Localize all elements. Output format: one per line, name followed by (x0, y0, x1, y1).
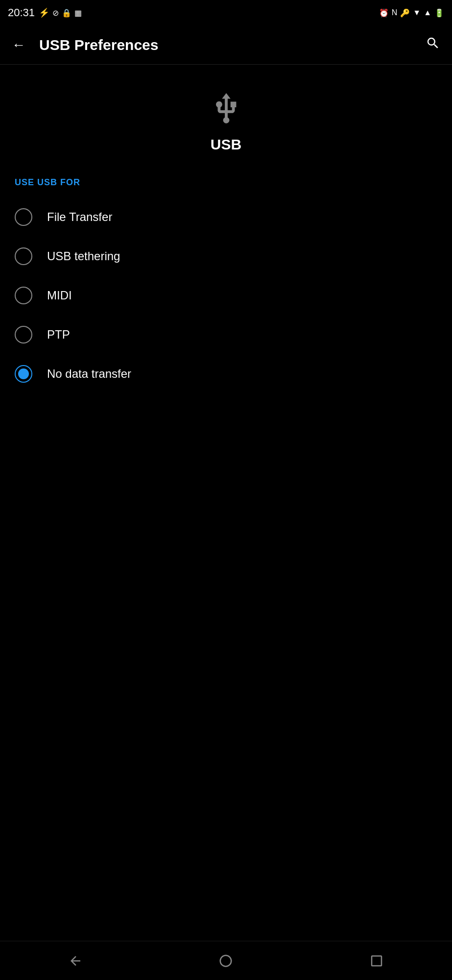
app-bar: ← USB Preferences (0, 25, 452, 65)
status-icons-left: ⚡ ⊘ 🔒 ▦ (39, 7, 82, 18)
back-button[interactable]: ← (8, 33, 29, 57)
usb-label: USB (211, 136, 241, 153)
svg-point-0 (220, 955, 232, 966)
status-icons-right: ⏰ N 🔑 ▼ ▲ 🔋 (379, 8, 444, 18)
section-header: USE USB FOR (0, 168, 452, 193)
no-circle-icon: ⊘ (52, 8, 59, 18)
nfc-icon: N (392, 8, 398, 17)
key-icon: 🔑 (400, 8, 410, 18)
radio-usb-tethering[interactable] (15, 247, 32, 265)
status-time: 20:31 (8, 6, 35, 19)
nav-recents-button[interactable] (357, 946, 396, 976)
options-list: File Transfer USB tethering MIDI PTP No … (0, 193, 452, 398)
option-label-no-data-transfer: No data transfer (47, 367, 131, 381)
wifi-icon: ▼ (413, 8, 421, 17)
option-usb-tethering[interactable]: USB tethering (0, 237, 452, 276)
option-ptp[interactable]: PTP (0, 315, 452, 354)
search-button[interactable] (422, 32, 444, 58)
flash-icon: ⚡ (39, 7, 49, 18)
radio-inner-selected (18, 368, 29, 379)
bottom-nav (0, 941, 452, 980)
nav-back-button[interactable] (56, 946, 95, 976)
option-label-usb-tethering: USB tethering (47, 249, 120, 263)
nav-recents-icon (369, 954, 384, 968)
status-bar: 20:31 ⚡ ⊘ 🔒 ▦ ⏰ N 🔑 ▼ ▲ 🔋 (0, 0, 452, 25)
nav-home-button[interactable] (206, 946, 245, 976)
radio-ptp[interactable] (15, 326, 32, 343)
nav-back-icon (68, 954, 83, 968)
radio-no-data-transfer[interactable] (15, 365, 32, 383)
option-no-data-transfer[interactable]: No data transfer (0, 354, 452, 393)
usb-icon (207, 89, 246, 128)
lock-icon: 🔒 (62, 8, 71, 18)
option-label-midi: MIDI (47, 289, 72, 302)
radio-file-transfer[interactable] (15, 208, 32, 226)
sim-icon: ▦ (74, 8, 82, 18)
alarm-icon: ⏰ (379, 8, 389, 18)
page-title: USB Preferences (39, 37, 158, 53)
option-file-transfer[interactable]: File Transfer (0, 197, 452, 237)
signal-icon: ▲ (424, 8, 431, 17)
svg-rect-1 (372, 956, 381, 966)
search-icon (426, 36, 440, 50)
usb-symbol-icon (209, 92, 243, 126)
option-label-file-transfer: File Transfer (47, 210, 112, 224)
option-label-ptp: PTP (47, 328, 70, 342)
section-title: USE USB FOR (15, 177, 80, 187)
app-bar-left: ← USB Preferences (8, 33, 158, 57)
option-midi[interactable]: MIDI (0, 276, 452, 315)
radio-midi[interactable] (15, 287, 32, 304)
battery-icon: 🔋 (434, 8, 444, 18)
content: USB USE USB FOR File Transfer USB tether… (0, 65, 452, 398)
status-bar-left: 20:31 ⚡ ⊘ 🔒 ▦ (8, 6, 82, 19)
nav-home-icon (218, 954, 233, 968)
usb-header: USB (0, 65, 452, 168)
